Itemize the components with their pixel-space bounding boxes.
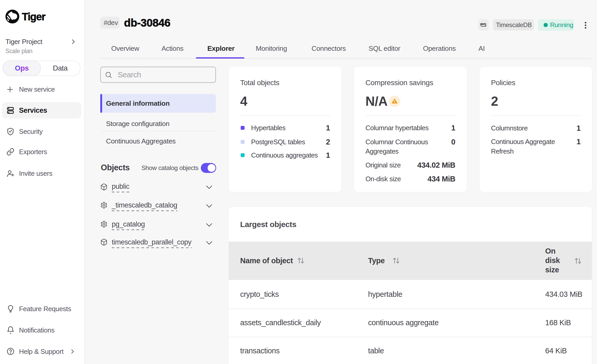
svg-text:aws: aws	[480, 22, 486, 26]
